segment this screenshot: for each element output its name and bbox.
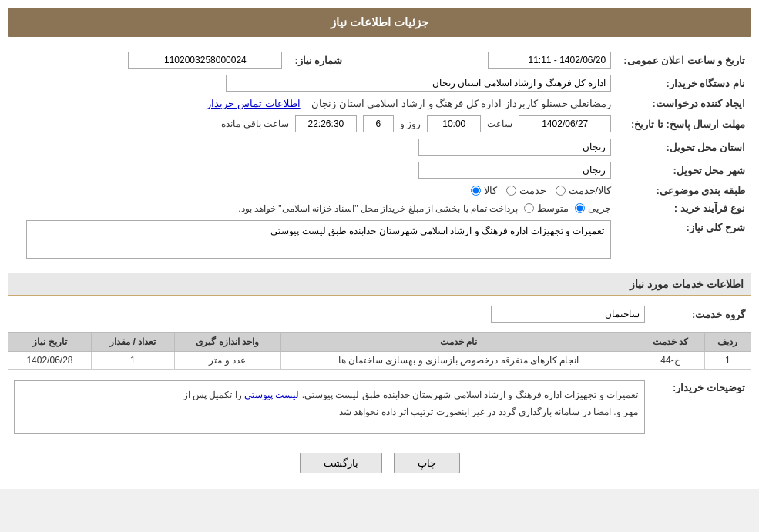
description-textarea[interactable]: تعمیرات و تجهیزات اداره فرهنگ و ارشاد اس… bbox=[26, 220, 612, 259]
order-number-value bbox=[8, 49, 288, 72]
deadline-days-label: روز و bbox=[400, 119, 421, 129]
service-group-table: گروه خدمت: bbox=[8, 303, 751, 326]
purchase-motevaset-label: متوسط bbox=[537, 202, 569, 214]
purchase-type-label: نوع فرآیند خرید : bbox=[617, 199, 751, 217]
purchase-jozii-label: جزیی bbox=[588, 202, 611, 214]
category-kala[interactable]: کالا bbox=[471, 185, 497, 196]
creator-link[interactable]: اطلاعات تماس خریدار bbox=[207, 98, 300, 109]
print-button[interactable]: چاپ bbox=[394, 453, 460, 473]
service-group-label: گروه خدمت: bbox=[651, 303, 751, 326]
category-label: طبقه بندی موضوعی: bbox=[617, 182, 751, 199]
creator-label: ایجاد کننده درخواست: bbox=[617, 95, 751, 112]
col-quantity: تعداد / مقدار bbox=[91, 333, 174, 352]
deadline-remaining-input[interactable] bbox=[295, 115, 357, 132]
category-kala-radio[interactable] bbox=[471, 186, 481, 196]
category-khidmat-label: خدمت bbox=[519, 185, 546, 196]
category-kala-khidmat[interactable]: کالا/خدمت bbox=[556, 185, 612, 196]
col-unit: واحد اندازه گیری bbox=[174, 333, 280, 352]
purchase-jozii-radio[interactable] bbox=[575, 203, 585, 213]
service-table: ردیف کد خدمت نام خدمت واحد اندازه گیری ت… bbox=[8, 332, 751, 370]
deadline-remaining-label: ساعت باقی مانده bbox=[221, 119, 289, 129]
province-label: استان محل تحویل: bbox=[617, 136, 751, 159]
col-service-code: کد خدمت bbox=[636, 333, 705, 352]
cell-service-code: ح-44 bbox=[636, 352, 705, 370]
col-row-num: ردیف bbox=[704, 333, 751, 352]
description-label: شرح کلی نیاز: bbox=[617, 217, 751, 264]
buyer-org-label: نام دستگاه خریدار: bbox=[617, 72, 751, 95]
service-group-input[interactable] bbox=[491, 306, 645, 323]
category-kala-khidmat-label: کالا/خدمت bbox=[569, 185, 612, 196]
page-title: جزئیات اطلاعات نیاز bbox=[331, 15, 428, 28]
city-input[interactable] bbox=[418, 162, 611, 179]
col-service-name: نام خدمت bbox=[280, 333, 636, 352]
buyer-notes-content: تعمیرات و تجهیزات اداره فرهنگ و ارشاد اس… bbox=[8, 377, 651, 441]
purchase-type-row: جزیی متوسط پرداخت تمام یا بخشی از مبلغ خ… bbox=[8, 199, 617, 217]
order-number-label: شماره نیاز: bbox=[288, 49, 388, 72]
cell-unit: عدد و متر bbox=[174, 352, 280, 370]
deadline-days-input[interactable] bbox=[363, 115, 394, 132]
creator-row: رمضانعلی حسنلو کاربرداز اداره کل فرهنگ و… bbox=[8, 95, 617, 112]
purchase-type-note: پرداخت تمام یا بخشی از مبلغ خریداز محل "… bbox=[238, 203, 518, 214]
announce-value bbox=[388, 49, 617, 72]
buyer-notes-line2: مهر و. امضا در سامانه بارگذاری گردد در غ… bbox=[339, 407, 638, 417]
buyer-notes-label: توضیحات خریدار: bbox=[651, 377, 751, 441]
service-group-value bbox=[8, 303, 651, 326]
category-kala-khidmat-radio[interactable] bbox=[556, 186, 566, 196]
category-khidmat[interactable]: خدمت bbox=[506, 185, 546, 196]
purchase-jozii[interactable]: جزیی bbox=[575, 202, 611, 214]
deadline-label: مهلت ارسال پاسخ: تا تاریخ: bbox=[617, 112, 751, 136]
category-row: کالا/خدمت خدمت کالا bbox=[8, 182, 617, 199]
cell-quantity: 1 bbox=[91, 352, 174, 370]
category-khidmat-radio[interactable] bbox=[506, 186, 516, 196]
order-number-input[interactable] bbox=[128, 52, 282, 69]
purchase-motevaset[interactable]: متوسط bbox=[524, 202, 569, 214]
deadline-time-input[interactable] bbox=[427, 115, 481, 132]
buyer-notes-link[interactable]: لیست پیوستی bbox=[244, 390, 299, 400]
buyer-notes-box: تعمیرات و تجهیزات اداره فرهنگ و ارشاد اس… bbox=[14, 380, 645, 434]
buttons-row: چاپ بازگشت bbox=[8, 453, 751, 481]
category-kala-label: کالا bbox=[484, 185, 497, 196]
services-section-header: اطلاعات خدمات مورد نیاز bbox=[8, 273, 751, 296]
page-header: جزئیات اطلاعات نیاز bbox=[8, 8, 751, 37]
purchase-motevaset-radio[interactable] bbox=[524, 203, 534, 213]
back-button[interactable]: بازگشت bbox=[300, 453, 382, 473]
announce-label: تاریخ و ساعت اعلان عمومی: bbox=[617, 49, 751, 72]
description-row: تعمیرات و تجهیزات اداره فرهنگ و ارشاد اس… bbox=[8, 217, 617, 264]
city-label: شهر محل تحویل: bbox=[617, 159, 751, 182]
announce-input[interactable] bbox=[488, 52, 611, 69]
creator-value: رمضانعلی حسنلو کاربرداز اداره کل فرهنگ و… bbox=[311, 98, 611, 109]
province-input[interactable] bbox=[418, 139, 611, 156]
buyer-org-input[interactable] bbox=[226, 75, 611, 92]
cell-service-name: انجام کارهای متفرقه درخصوص بازسازی و بهس… bbox=[280, 352, 636, 370]
deadline-time-label: ساعت bbox=[487, 119, 512, 129]
city-value bbox=[8, 159, 617, 182]
info-table: تاریخ و ساعت اعلان عمومی: شماره نیاز: نا… bbox=[8, 49, 751, 264]
buyer-notes-line1: تعمیرات و تجهیزات اداره فرهنگ و ارشاد اس… bbox=[183, 390, 638, 400]
deadline-date-input[interactable] bbox=[519, 115, 611, 132]
buyer-org-value bbox=[8, 72, 617, 95]
buyer-notes-table: توضیحات خریدار: تعمیرات و تجهیزات اداره … bbox=[8, 377, 751, 441]
cell-row-num: 1 bbox=[704, 352, 751, 370]
province-value bbox=[8, 136, 617, 159]
deadline-row: ساعت روز و ساعت باقی مانده bbox=[8, 112, 617, 136]
col-date: تاریخ نیاز bbox=[8, 333, 92, 352]
cell-date: 1402/06/28 bbox=[8, 352, 92, 370]
table-row: 1 ح-44 انجام کارهای متفرقه درخصوص بازساز… bbox=[8, 352, 751, 370]
